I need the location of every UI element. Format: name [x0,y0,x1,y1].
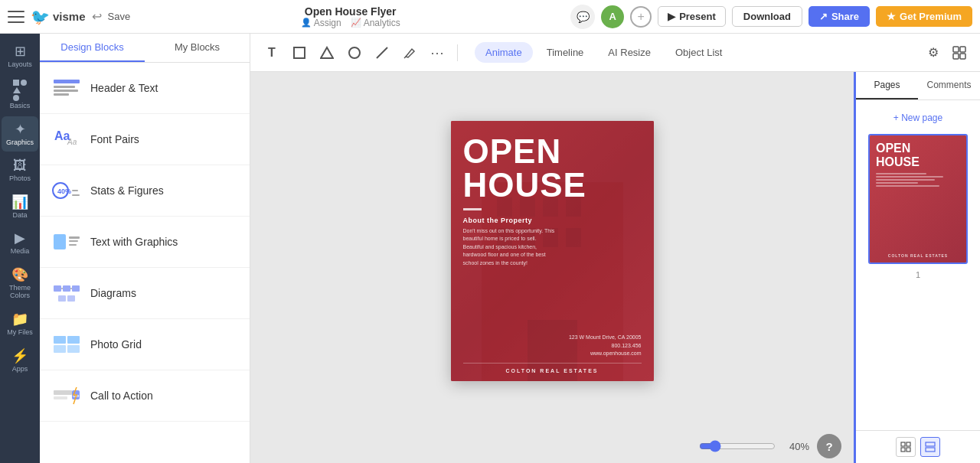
rectangle-tool-button[interactable] [287,41,312,65]
grid-layout-button[interactable] [896,437,916,457]
flyer-canvas[interactable]: OPEN HOUSE About the Property Don't miss… [451,121,654,381]
svg-rect-20 [67,295,75,302]
present-button[interactable]: ▶ Present [658,6,726,27]
save-button[interactable]: Save [108,11,131,22]
media-label: Media [11,248,30,256]
sidebar-item-data[interactable]: 📊 Data [2,189,38,224]
sidebar-item-my-files[interactable]: 📁 My Files [2,306,38,341]
header-text-label: Header & Text [90,82,158,94]
panel-item-font-pairs[interactable]: Aa Aa Font Pairs [40,114,250,165]
play-icon: ▶ [668,11,675,22]
topbar-center: Open House Flyer 👤 Assign 📈 Analytics [136,5,564,28]
theme-colors-icon: 🎨 [11,266,28,283]
menu-icon[interactable] [8,11,24,23]
svg-rect-12 [69,240,78,242]
svg-rect-37 [960,54,965,59]
analytics-icon: 📈 [351,18,361,28]
panel-list: Header & Text Aa Aa Font Pairs 40% [40,63,250,463]
tab-ai-resize[interactable]: AI Resize [597,42,662,63]
data-icon: 📊 [11,194,28,210]
zoom-slider[interactable] [699,440,776,452]
panel-item-stats-figures[interactable]: 40% Stats & Figures [40,165,250,217]
flyer-footer: COLTON REAL ESTATES [463,363,642,373]
svg-line-33 [404,57,406,58]
tab-pages[interactable]: Pages [856,72,918,99]
svg-rect-36 [953,54,959,59]
tab-comments[interactable]: Comments [918,72,980,99]
line-tool-button[interactable] [370,41,394,65]
zoom-label: 40% [782,441,809,452]
avatar[interactable]: A [601,5,624,28]
analytics-link[interactable]: 📈 Analytics [351,18,400,28]
text-graphics-icon [52,227,81,256]
present-label: Present [679,11,716,22]
sidebar-item-theme-colors[interactable]: 🎨 Theme Colors [2,262,38,305]
download-button[interactable]: Download [732,6,802,27]
pen-tool-button[interactable] [397,41,422,65]
svg-line-32 [377,47,387,58]
photos-icon: 🖼 [13,158,27,174]
panel-tabs: Design Blocks My Blocks [40,34,250,63]
settings-icon-button[interactable]: ⚙ [922,41,945,64]
svg-rect-21 [54,336,66,344]
canvas-content: OPEN HOUSE About the Property Don't miss… [250,72,854,429]
triangle-tool-button[interactable] [315,41,339,65]
tab-my-blocks[interactable]: My Blocks [145,34,250,62]
svg-rect-29 [294,47,305,58]
flyer-title-line1: OPEN [463,135,642,168]
sidebar-item-basics[interactable]: Basics [2,75,38,115]
panel-item-diagrams[interactable]: Diagrams [40,268,250,319]
topbar: 🐦 visme ↩ Save Open House Flyer 👤 Assign… [0,0,980,34]
list-layout-button[interactable] [920,437,940,457]
tab-design-blocks[interactable]: Design Blocks [40,34,145,62]
svg-rect-11 [69,236,80,239]
sidebar-item-media[interactable]: ▶ Media [2,225,38,260]
sidebar-item-photos[interactable]: 🖼 Photos [2,153,38,187]
share-icon: ↗ [819,11,828,22]
panel-sidebar: Design Blocks My Blocks Header & Text [40,34,250,463]
grid-icon-button[interactable] [948,41,971,64]
star-icon: ★ [887,11,896,22]
tab-animate[interactable]: Animate [475,42,533,63]
panel-item-header-text[interactable]: Header & Text [40,63,250,114]
flyer-title-line2: HOUSE [463,168,642,202]
photo-grid-icon [52,330,81,359]
graphics-icon: ✦ [15,121,26,138]
share-button[interactable]: ↗ Share [808,6,870,27]
more-tools-button[interactable]: ⋯ [425,41,449,65]
layouts-label: Layouts [8,61,32,69]
panel-item-text-graphics[interactable]: Text with Graphics [40,217,250,268]
svg-rect-51 [906,448,910,452]
sidebar-item-layouts[interactable]: ⊞ Layouts [2,38,38,73]
new-page-button[interactable]: + New page [862,106,974,129]
svg-rect-22 [67,336,80,344]
sidebar-item-apps[interactable]: ⚡ Apps [2,343,38,378]
tab-object-list[interactable]: Object List [665,42,733,63]
circle-tool-button[interactable] [342,41,367,65]
add-collaborator-button[interactable]: + [630,6,652,28]
tab-timeline[interactable]: Timeline [536,42,595,63]
text-tool-button[interactable]: T [260,41,284,65]
assign-link[interactable]: 👤 Assign [301,18,341,28]
logo[interactable]: 🐦 visme [31,8,86,26]
panel-item-call-to-action[interactable]: Go Call to Action [40,370,250,422]
svg-rect-10 [54,234,66,249]
header-text-icon [52,73,81,103]
page-thumb-line [876,182,918,184]
topbar-sub: 👤 Assign 📈 Analytics [301,18,400,28]
panel-item-photo-grid[interactable]: Photo Grid [40,319,250,370]
get-premium-button[interactable]: ★ Get Premium [876,6,972,27]
svg-rect-19 [58,295,66,302]
basics-label: Basics [10,103,31,110]
chat-icon-button[interactable]: 💬 [570,5,595,29]
help-button[interactable]: ? [817,434,841,458]
page-thumbnail-1[interactable]: OPENHOUSE COLTON REAL ESTATES [868,134,968,264]
svg-rect-1 [54,86,75,88]
page-thumb-lines [876,173,960,188]
undo-icon[interactable]: ↩ [92,9,102,24]
diagrams-label: Diagrams [90,287,136,299]
svg-text:40%: 40% [57,187,71,195]
layouts-icon: ⊞ [15,43,26,60]
svg-rect-49 [906,442,910,446]
sidebar-item-graphics[interactable]: ✦ Graphics [2,116,38,152]
